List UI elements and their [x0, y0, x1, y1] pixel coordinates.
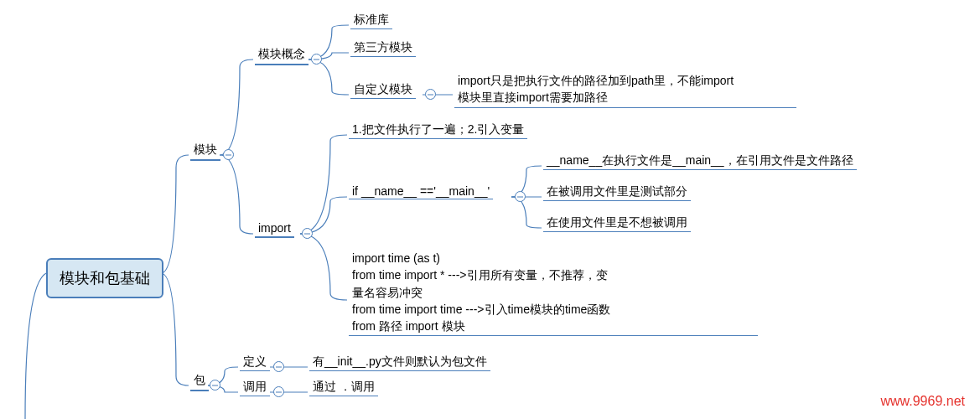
node-package[interactable]: 包	[190, 373, 209, 391]
node-def-note: 有__init__.py文件则默认为包文件	[309, 354, 490, 371]
node-call-note: 通过 ．调用	[309, 380, 378, 396]
toggle-icon[interactable]	[273, 386, 284, 397]
node-ifname[interactable]: if __name__ =='__main__'	[349, 184, 493, 199]
node-custom-note: import只是把执行文件的路径加到path里，不能import 模块里直接im…	[454, 72, 796, 108]
node-call[interactable]: 调用	[240, 380, 270, 396]
toggle-icon[interactable]	[311, 54, 322, 65]
node-ifn1: __name__在执行文件是__main__，在引用文件是文件路径	[543, 153, 857, 170]
node-module[interactable]: 模块	[190, 142, 220, 161]
root-node: 模块和包基础	[46, 258, 163, 298]
root-label: 模块和包基础	[60, 270, 150, 287]
node-std[interactable]: 标准库	[350, 13, 392, 29]
node-custom[interactable]: 自定义模块	[350, 82, 416, 99]
toggle-icon[interactable]	[273, 361, 284, 372]
toggle-icon[interactable]	[425, 89, 436, 100]
node-ifn2: 在被调用文件里是测试部分	[543, 184, 691, 201]
node-third[interactable]: 第三方模块	[350, 40, 416, 57]
toggle-icon[interactable]	[515, 191, 526, 202]
toggle-icon[interactable]	[210, 380, 220, 391]
node-imp-effect: 1.把文件执行了一遍；2.引入变量	[349, 122, 527, 139]
node-def[interactable]: 定义	[240, 354, 270, 371]
node-import[interactable]: import	[255, 221, 294, 238]
toggle-icon[interactable]	[302, 228, 313, 239]
node-import-syntax: import time (as t) from time import * --…	[349, 250, 758, 336]
node-ifn3: 在使用文件里是不想被调用	[543, 215, 691, 232]
node-concept[interactable]: 模块概念	[255, 47, 309, 65]
watermark: www.9969.net	[880, 394, 965, 409]
toggle-icon[interactable]	[223, 149, 234, 160]
